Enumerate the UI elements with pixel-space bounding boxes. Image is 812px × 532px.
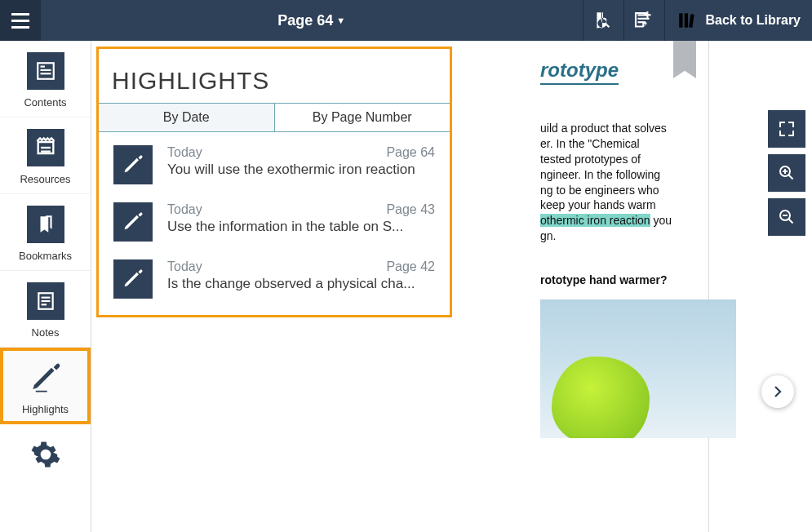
- svg-rect-11: [41, 147, 51, 149]
- highlighter-icon: [113, 259, 153, 299]
- highlight-page: Page 42: [386, 259, 435, 274]
- highlighter-icon: [113, 202, 153, 242]
- zoom-out-icon: [777, 207, 796, 227]
- book-search-icon: [592, 10, 614, 31]
- zoom-out-button[interactable]: [768, 198, 805, 236]
- note-add-icon: [633, 10, 654, 31]
- sidebar-item-settings[interactable]: [0, 424, 91, 488]
- settings-icon: [27, 436, 64, 473]
- sidebar-item-highlights[interactable]: Highlights: [0, 348, 91, 424]
- highlighter-icon: [113, 145, 153, 184]
- svg-rect-1: [637, 18, 649, 20]
- highlight-date: Today: [167, 202, 202, 217]
- svg-rect-3: [679, 13, 682, 27]
- svg-rect-2: [637, 21, 646, 23]
- highlight-item[interactable]: Today Page 42 Is the change observed a p…: [99, 246, 450, 304]
- zoom-in-button[interactable]: [768, 154, 805, 192]
- highlight-date: Today: [167, 259, 202, 274]
- sidebar-item-resources[interactable]: Resources: [0, 117, 91, 194]
- panel-tabs: By Date By Page Number: [99, 103, 450, 132]
- sidebar: Contents Resources Bookmarks Notes Highl…: [0, 41, 91, 532]
- highlight-snippet: Is the change observed a physical cha...: [167, 276, 435, 292]
- fullscreen-icon: [777, 119, 796, 139]
- svg-rect-12: [41, 151, 51, 153]
- resources-icon: [27, 129, 64, 166]
- svg-rect-5: [689, 14, 694, 28]
- svg-rect-4: [684, 13, 687, 27]
- sidebar-item-label: Bookmarks: [19, 250, 72, 262]
- back-to-library-label: Back to Library: [706, 13, 801, 28]
- top-bar: Page 64 ▼ Back to Library: [0, 0, 812, 41]
- svg-rect-15: [41, 300, 50, 302]
- svg-rect-16: [41, 304, 47, 305]
- reading-area: rototype uild a product that solves er. …: [91, 41, 812, 532]
- bookmarks-icon: [27, 206, 64, 243]
- menu-button[interactable]: [0, 0, 41, 41]
- panel-title: HIGHLIGHTS: [99, 49, 450, 103]
- fullscreen-button[interactable]: [768, 110, 805, 148]
- svg-rect-8: [40, 69, 51, 71]
- sidebar-item-label: Resources: [20, 173, 70, 185]
- notes-icon: [27, 282, 64, 320]
- highlight-item[interactable]: Today Page 43 Use the information in the…: [99, 189, 450, 246]
- top-actions: Back to Library: [583, 0, 812, 41]
- svg-rect-7: [40, 66, 44, 68]
- sidebar-item-label: Highlights: [22, 403, 69, 415]
- search-book-button[interactable]: [583, 0, 623, 41]
- page-selector[interactable]: Page 64 ▼: [41, 12, 583, 29]
- highlight-snippet: Use the information in the table on S...: [167, 219, 435, 235]
- sidebar-item-notes[interactable]: Notes: [0, 271, 91, 348]
- add-note-button[interactable]: [623, 0, 664, 41]
- next-page-button[interactable]: [761, 375, 794, 408]
- body-text: uild a product that solves er. In the "C…: [540, 121, 744, 244]
- highlighted-text: othermic iron reaction: [540, 214, 650, 227]
- chevron-right-icon: [770, 384, 785, 399]
- highlight-date: Today: [167, 145, 202, 160]
- sidebar-item-label: Notes: [32, 326, 60, 339]
- back-to-library-button[interactable]: Back to Library: [664, 0, 812, 41]
- highlights-panel: HIGHLIGHTS By Date By Page Number: [96, 47, 452, 317]
- library-icon: [677, 10, 698, 31]
- tab-by-page-number[interactable]: By Page Number: [275, 104, 450, 131]
- highlight-page: Page 43: [386, 202, 435, 217]
- tab-by-date[interactable]: By Date: [99, 104, 275, 131]
- sidebar-item-label: Contents: [24, 96, 66, 109]
- question-text: rototype hand warmer?: [540, 273, 744, 286]
- section-heading: rototype: [540, 59, 619, 85]
- sidebar-item-bookmarks[interactable]: Bookmarks: [0, 194, 91, 271]
- highlights-list: Today Page 64 You will use the exothermi…: [99, 132, 450, 315]
- highlight-page: Page 64: [386, 145, 435, 160]
- svg-rect-14: [41, 297, 50, 299]
- svg-rect-9: [40, 73, 51, 74]
- figure-image: [540, 299, 736, 438]
- page-label: Page 64: [277, 12, 333, 29]
- contents-icon: [27, 52, 64, 90]
- sidebar-item-contents[interactable]: Contents: [0, 41, 91, 117]
- view-controls: [768, 110, 805, 236]
- highlights-icon: [27, 359, 64, 397]
- chevron-down-icon: ▼: [336, 16, 345, 25]
- highlight-item[interactable]: Today Page 64 You will use the exothermi…: [99, 132, 450, 189]
- zoom-in-icon: [777, 163, 796, 183]
- highlight-snippet: You will use the exothermic iron reactio…: [167, 162, 435, 178]
- svg-rect-0: [637, 14, 649, 16]
- hamburger-icon: [11, 13, 29, 29]
